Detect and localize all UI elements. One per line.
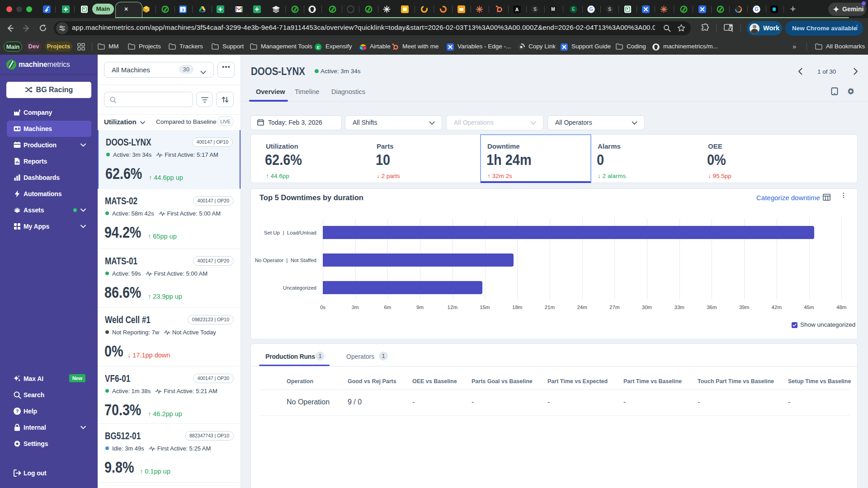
svg-text:S: S — [533, 7, 537, 12]
svg-text:G: G — [755, 6, 759, 12]
svg-text:E: E — [572, 6, 575, 12]
svg-text:E: E — [317, 45, 320, 50]
svg-text:S: S — [608, 7, 611, 12]
svg-text:?: ? — [16, 408, 19, 414]
svg-text:G: G — [589, 6, 593, 12]
svg-text:3: 3 — [182, 7, 184, 12]
svg-text:A: A — [515, 7, 519, 12]
svg-text:M: M — [551, 7, 555, 12]
